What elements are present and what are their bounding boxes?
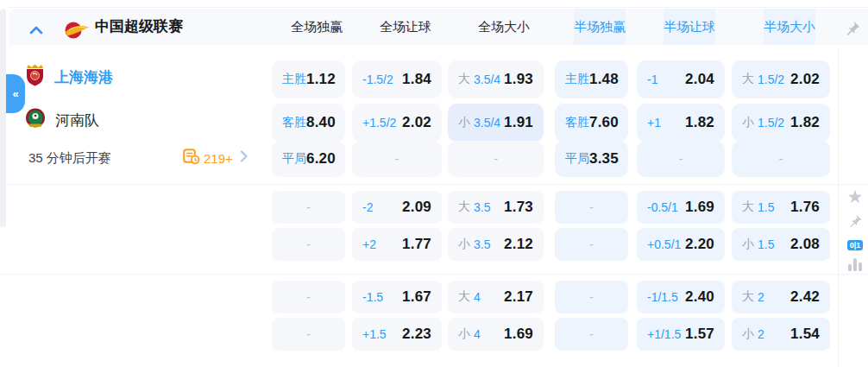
no-odds-dash: - xyxy=(565,237,618,251)
odds-cell-ht-1x2-alt[interactable]: - xyxy=(555,228,628,261)
odds-cell-ft-1x2-alt[interactable]: - xyxy=(272,191,345,224)
no-odds-dash: - xyxy=(647,152,714,166)
odds-value: 1.77 xyxy=(402,236,431,253)
ou-prefix: 小 xyxy=(742,326,754,342)
more-markets-count: 219+ xyxy=(204,151,233,166)
odds-cell-ft-ou-draw[interactable]: - xyxy=(448,141,544,177)
odds-cell-ht-over[interactable]: 大1.5/22.02 xyxy=(732,60,830,98)
group-divider xyxy=(0,274,868,275)
no-odds-dash: - xyxy=(282,237,335,251)
odds-cell-ht-handicap-alt2-home[interactable]: -1/1.52.40 xyxy=(637,281,725,313)
home-team-row[interactable]: 上海海港 xyxy=(24,64,113,90)
collapse-sidebar-glyph: « xyxy=(12,87,18,100)
pick-label: 主胜 xyxy=(565,72,589,87)
odds-cell-ht-handicap-home[interactable]: -12.04 xyxy=(637,60,725,98)
handicap-line: -0.5/1 xyxy=(647,200,678,214)
bar-chart-icon[interactable] xyxy=(848,258,862,271)
more-markets-link[interactable]: 219+ xyxy=(183,145,248,171)
pushpin-icon[interactable] xyxy=(847,213,863,232)
odds-cell-ht-handicap-alt-away[interactable]: +0.5/12.20 xyxy=(637,228,725,261)
odds-cell-ht-ou-draw[interactable]: - xyxy=(732,141,830,177)
odds-cell-ft-1x2-home[interactable]: 主胜1.12 xyxy=(272,60,345,98)
odds-cell-ht-under-alt[interactable]: 小1.52.08 xyxy=(732,228,830,261)
home-team-name[interactable]: 上海海港 xyxy=(54,67,113,87)
odds-value: 8.40 xyxy=(306,114,336,131)
odds-cell-ft-1x2-draw[interactable]: 平局6.20 xyxy=(272,141,345,177)
odds-cell-ht-1x2-home[interactable]: 主胜1.48 xyxy=(555,60,628,98)
away-team-crest-icon xyxy=(24,107,47,133)
ou-prefix: 大 xyxy=(458,72,470,87)
away-team-name[interactable]: 河南队 xyxy=(55,111,99,130)
chevron-right-icon xyxy=(240,150,248,166)
pick-label: 平局 xyxy=(565,151,589,167)
pick-label: 平局 xyxy=(282,151,306,167)
handicap-line: +1 xyxy=(647,116,661,130)
odds-cell-ft-under-alt2[interactable]: 小41.69 xyxy=(448,318,544,351)
odds-cell-ft-1x2-alt[interactable]: - xyxy=(272,228,345,261)
odds-cell-ht-1x2-alt[interactable]: - xyxy=(555,191,628,224)
left-scrollbar-track[interactable] xyxy=(0,9,6,227)
no-odds-dash: - xyxy=(458,152,533,166)
away-team-row[interactable]: 河南队 xyxy=(24,107,99,133)
ou-prefix: 大 xyxy=(458,199,470,215)
odds-cell-ht-1x2-alt2[interactable]: - xyxy=(555,318,628,351)
odds-value: 1.84 xyxy=(402,71,431,88)
odds-cell-ft-over-alt[interactable]: 大3.51.73 xyxy=(448,191,544,224)
odds-cell-ht-under[interactable]: 小1.5/21.82 xyxy=(732,104,830,142)
odds-cell-ft-over[interactable]: 大3.5/41.93 xyxy=(448,60,544,98)
ou-prefix: 小 xyxy=(742,115,754,130)
ou-prefix: 大 xyxy=(742,289,754,305)
odds-cell-ft-1x2-away[interactable]: 客胜8.40 xyxy=(272,104,345,142)
odds-cell-ft-over-alt2[interactable]: 大42.17 xyxy=(448,281,544,313)
score-badge[interactable]: 0|1 xyxy=(847,240,864,250)
total-line: 3.5 xyxy=(474,237,490,251)
odds-value: 1.91 xyxy=(504,114,533,131)
handicap-line: +0.5/1 xyxy=(647,237,681,251)
odds-value: 3.35 xyxy=(589,150,619,168)
odds-cell-ft-handicap-alt-home[interactable]: -22.09 xyxy=(352,191,442,224)
top-divider xyxy=(9,7,868,8)
odds-cell-ft-under-alt[interactable]: 小3.52.12 xyxy=(448,228,544,261)
handicap-line: -1.5 xyxy=(362,290,383,304)
odds-cell-ht-1x2-alt2[interactable]: - xyxy=(555,281,628,313)
ou-prefix: 小 xyxy=(458,115,470,130)
total-line: 3.5/4 xyxy=(474,73,500,86)
odds-cell-ft-handicap-draw[interactable]: - xyxy=(352,141,442,177)
odds-value: 1.48 xyxy=(589,71,619,88)
odds-cell-ft-1x2-alt2[interactable]: - xyxy=(272,281,345,313)
odds-cell-ft-handicap-away[interactable]: +1.5/22.02 xyxy=(352,104,442,142)
total-line: 4 xyxy=(474,290,481,304)
star-icon[interactable]: ★ xyxy=(847,188,864,206)
handicap-line: +2 xyxy=(362,237,376,251)
column-header-ht-1x2: 半场独赢 xyxy=(574,9,626,45)
odds-cell-ht-handicap-away[interactable]: +11.82 xyxy=(637,104,725,142)
odds-cell-ft-under-highlighted[interactable]: 小3.5/41.91 xyxy=(448,104,544,142)
total-line: 3.5/4 xyxy=(474,116,500,130)
odds-cell-ht-handicap-alt-home[interactable]: -0.5/11.69 xyxy=(637,191,725,224)
odds-cell-ht-handicap-draw[interactable]: - xyxy=(637,141,725,177)
odds-cell-ht-over-alt[interactable]: 大1.51.76 xyxy=(732,191,830,224)
match-tools-rail: ★ 0|1 xyxy=(844,188,866,271)
collapse-sidebar-tab[interactable]: « xyxy=(6,74,25,113)
odds-cell-ht-1x2-away[interactable]: 客胜7.60 xyxy=(555,104,628,142)
odds-cell-ft-1x2-alt2[interactable]: - xyxy=(272,318,345,351)
total-line: 1.5 xyxy=(758,200,774,214)
odds-value: 2.23 xyxy=(402,326,431,343)
odds-cell-ht-over-alt2[interactable]: 大22.42 xyxy=(732,281,830,313)
ou-prefix: 小 xyxy=(742,237,754,252)
odds-cell-ht-handicap-alt2-away[interactable]: +1/1.51.57 xyxy=(637,318,725,351)
odds-cell-ft-handicap-alt-away[interactable]: +21.77 xyxy=(352,228,442,261)
no-odds-dash: - xyxy=(742,152,820,166)
odds-value: 1.54 xyxy=(790,326,820,343)
ou-prefix: 大 xyxy=(742,199,754,215)
odds-value: 2.12 xyxy=(504,236,533,253)
odds-cell-ht-1x2-draw[interactable]: 平局3.35 xyxy=(555,141,628,177)
odds-cell-ft-handicap-alt2-home[interactable]: -1.51.67 xyxy=(352,281,442,313)
odds-cell-ft-handicap-home[interactable]: -1.5/21.84 xyxy=(352,60,442,98)
chevron-up-icon[interactable] xyxy=(29,22,43,38)
odds-value: 6.20 xyxy=(306,150,336,168)
total-line: 1.5 xyxy=(758,237,774,251)
odds-cell-ht-under-alt2[interactable]: 小21.54 xyxy=(732,318,830,351)
odds-cell-ft-handicap-alt2-away[interactable]: +1.52.23 xyxy=(352,318,442,351)
pushpin-icon[interactable] xyxy=(844,20,861,41)
